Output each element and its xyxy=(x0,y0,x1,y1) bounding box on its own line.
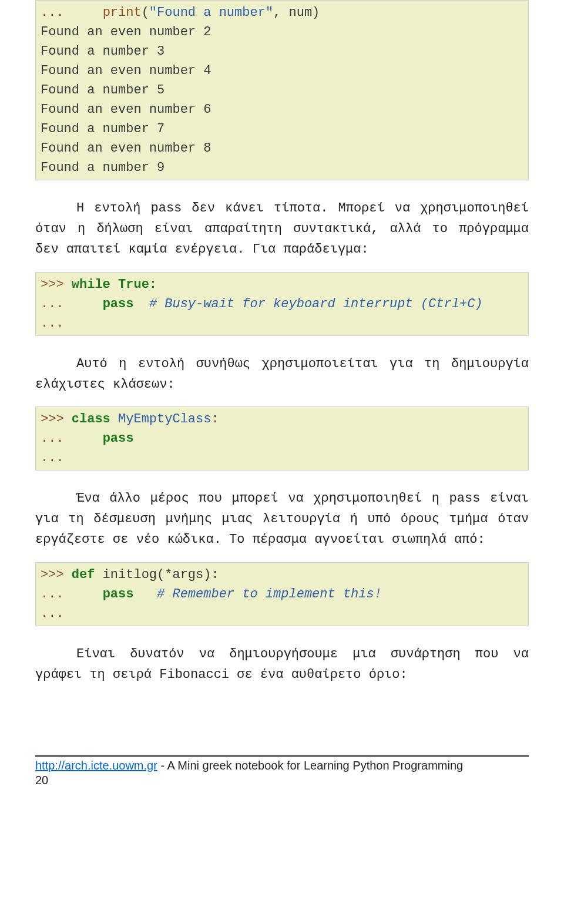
kw-def: def xyxy=(72,567,95,582)
footer-line: http://arch.icte.uowm.gr - A Mini greek … xyxy=(35,759,529,772)
prompt: ... xyxy=(41,587,103,602)
footer-text: - A Mini greek notebook for Learning Pyt… xyxy=(157,759,463,772)
output-line: Found an even number 6 xyxy=(41,102,211,117)
paragraph-2: Αυτό η εντολή συνήθως χρησιμοποιείται γι… xyxy=(35,354,529,395)
output-line: Found an even number 4 xyxy=(41,63,211,78)
code-block-1: ... print("Found a number", num) Found a… xyxy=(35,0,529,180)
paragraph-4: Είναι δυνατόν να δημιουργήσουμε μια συνά… xyxy=(35,644,529,685)
page-content: ... print("Found a number", num) Found a… xyxy=(0,0,564,811)
page-number: 20 xyxy=(35,774,529,787)
code-rest: , num) xyxy=(273,5,320,20)
kw-true: True: xyxy=(110,277,157,292)
kw-pass: pass xyxy=(103,297,134,311)
code-block-3: >>> class MyEmptyClass: ... pass ... xyxy=(35,406,529,471)
output-line: Found a number 7 xyxy=(41,122,164,136)
prompt: >>> xyxy=(41,567,72,582)
prompt: ... xyxy=(41,431,103,446)
prompt: ... xyxy=(41,297,103,311)
paren: ( xyxy=(142,5,149,20)
string-literal: "Found a number" xyxy=(149,5,273,20)
output-line: Found an even number 8 xyxy=(41,141,211,156)
prompt: ... xyxy=(41,451,64,465)
output-line: Found a number 5 xyxy=(41,83,164,98)
prompt: >>> xyxy=(41,412,72,426)
output-line: Found an even number 2 xyxy=(41,25,211,39)
comment: # Busy-wait for keyboard interrupt (Ctrl… xyxy=(133,297,482,311)
class-name: MyEmptyClass xyxy=(110,412,212,426)
paragraph-3: Ένα άλλο μέρος που μπορεί να χρησιμοποιη… xyxy=(35,488,529,550)
kw-pass: pass xyxy=(103,587,134,602)
prompt: ... xyxy=(41,316,64,331)
prompt: ... xyxy=(41,5,64,20)
code-block-2: >>> while True: ... pass # Busy-wait for… xyxy=(35,272,529,336)
kw-pass: pass xyxy=(103,431,134,446)
code-block-4: >>> def initlog(*args): ... pass # Remem… xyxy=(35,562,529,626)
output-line: Found a number 3 xyxy=(41,44,164,59)
func-name: initlog(*args): xyxy=(95,567,219,582)
kw-class: class xyxy=(72,412,110,426)
paragraph-1: Η εντολή pass δεν κάνει τίποτα. Μπορεί ν… xyxy=(35,198,529,260)
prompt: ... xyxy=(41,606,64,621)
output-line: Found a number 9 xyxy=(41,160,164,175)
footer-link[interactable]: http://arch.icte.uowm.gr xyxy=(35,759,157,772)
footer-divider xyxy=(35,755,529,757)
kw-while: while xyxy=(72,277,110,292)
prompt: >>> xyxy=(41,277,72,292)
comment: # Remember to implement this! xyxy=(133,587,381,602)
colon: : xyxy=(211,412,219,426)
print-call: print xyxy=(103,5,142,20)
